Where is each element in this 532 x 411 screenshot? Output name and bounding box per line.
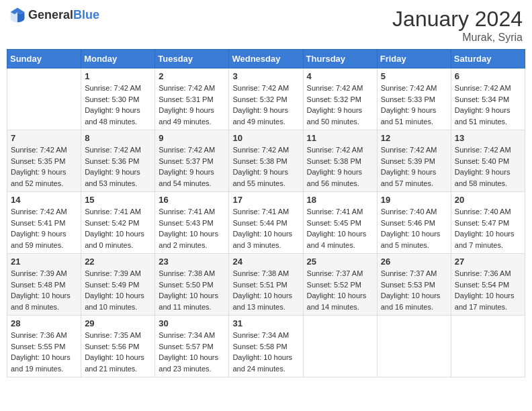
sunrise-text: Sunrise: 7:42 AM	[11, 208, 67, 216]
calendar-cell: 29Sunrise: 7:35 AMSunset: 5:56 PMDayligh…	[81, 316, 155, 377]
calendar-cell: 11Sunrise: 7:42 AMSunset: 5:38 PMDayligh…	[303, 130, 377, 192]
sunset-text: Sunset: 5:36 PM	[85, 157, 139, 165]
sunset-text: Sunset: 5:38 PM	[232, 157, 287, 165]
sunrise-text: Sunrise: 7:38 AM	[159, 269, 215, 277]
daylight-text: Daylight: 9 hours and 58 minutes.	[455, 168, 511, 187]
daylight-text: Daylight: 10 hours and 17 minutes.	[455, 291, 515, 311]
calendar-cell: 14Sunrise: 7:42 AMSunset: 5:41 PMDayligh…	[7, 192, 81, 254]
sunrise-text: Sunrise: 7:34 AM	[159, 331, 215, 339]
calendar-week-row: 1Sunrise: 7:42 AMSunset: 5:30 PMDaylight…	[7, 68, 525, 130]
day-info: Sunrise: 7:39 AMSunset: 5:49 PMDaylight:…	[85, 268, 151, 312]
logo-blue: Blue	[73, 8, 99, 21]
sunset-text: Sunset: 5:54 PM	[455, 281, 509, 289]
day-info: Sunrise: 7:40 AMSunset: 5:46 PMDaylight:…	[381, 206, 447, 250]
sunset-text: Sunset: 5:46 PM	[381, 219, 435, 227]
logo-text: GeneralBlue	[28, 8, 99, 22]
day-number: 14	[11, 195, 77, 205]
sunrise-text: Sunrise: 7:41 AM	[85, 208, 141, 216]
day-info: Sunrise: 7:42 AMSunset: 5:40 PMDaylight:…	[455, 144, 521, 189]
sunset-text: Sunset: 5:57 PM	[159, 342, 213, 351]
calendar-cell: 26Sunrise: 7:37 AMSunset: 5:53 PMDayligh…	[377, 254, 451, 316]
sunset-text: Sunset: 5:39 PM	[381, 157, 435, 165]
sunset-text: Sunset: 5:40 PM	[455, 157, 509, 165]
sunrise-text: Sunrise: 7:42 AM	[85, 146, 141, 154]
daylight-text: Daylight: 9 hours and 49 minutes.	[232, 106, 288, 126]
weekday-header-saturday: Saturday	[451, 50, 525, 68]
calendar-cell: 9Sunrise: 7:42 AMSunset: 5:37 PMDaylight…	[155, 130, 229, 192]
sunset-text: Sunset: 5:51 PM	[232, 281, 287, 289]
day-number: 2	[159, 71, 225, 81]
sunset-text: Sunset: 5:33 PM	[381, 95, 435, 103]
day-info: Sunrise: 7:42 AMSunset: 5:38 PMDaylight:…	[307, 144, 373, 189]
day-number: 20	[455, 195, 521, 205]
day-info: Sunrise: 7:41 AMSunset: 5:43 PMDaylight:…	[159, 206, 225, 250]
page-header: GeneralBlue January 2024 Murak, Syria	[7, 7, 525, 44]
daylight-text: Daylight: 9 hours and 49 minutes.	[159, 106, 214, 126]
sunset-text: Sunset: 5:38 PM	[307, 157, 361, 165]
general-blue-icon	[9, 7, 26, 23]
sunrise-text: Sunrise: 7:42 AM	[159, 84, 215, 92]
sunrise-text: Sunrise: 7:36 AM	[11, 331, 67, 339]
daylight-text: Daylight: 10 hours and 8 minutes.	[11, 291, 71, 311]
sunrise-text: Sunrise: 7:36 AM	[455, 269, 511, 277]
day-number: 24	[232, 257, 299, 267]
calendar-week-row: 21Sunrise: 7:39 AMSunset: 5:48 PMDayligh…	[7, 254, 525, 316]
day-number: 8	[85, 133, 151, 143]
day-info: Sunrise: 7:42 AMSunset: 5:31 PMDaylight:…	[159, 83, 225, 127]
calendar-table: SundayMondayTuesdayWednesdayThursdayFrid…	[7, 49, 525, 377]
month-year: January 2024	[392, 7, 523, 32]
sunset-text: Sunset: 5:32 PM	[232, 95, 287, 103]
day-info: Sunrise: 7:42 AMSunset: 5:32 PMDaylight:…	[232, 83, 299, 127]
daylight-text: Daylight: 10 hours and 24 minutes.	[232, 353, 292, 373]
day-number: 13	[455, 133, 521, 143]
sunrise-text: Sunrise: 7:42 AM	[381, 84, 437, 92]
logo-general: General	[28, 8, 73, 21]
day-info: Sunrise: 7:42 AMSunset: 5:36 PMDaylight:…	[85, 144, 151, 189]
day-info: Sunrise: 7:41 AMSunset: 5:45 PMDaylight:…	[307, 206, 373, 250]
day-number: 5	[381, 71, 447, 81]
day-number: 18	[307, 195, 373, 205]
daylight-text: Daylight: 10 hours and 3 minutes.	[232, 230, 292, 249]
day-info: Sunrise: 7:39 AMSunset: 5:48 PMDaylight:…	[11, 268, 77, 312]
daylight-text: Daylight: 10 hours and 16 minutes.	[381, 291, 441, 311]
sunset-text: Sunset: 5:49 PM	[85, 281, 139, 289]
daylight-text: Daylight: 9 hours and 48 minutes.	[85, 106, 140, 126]
daylight-text: Daylight: 9 hours and 52 minutes.	[11, 168, 66, 187]
day-info: Sunrise: 7:42 AMSunset: 5:33 PMDaylight:…	[381, 83, 447, 127]
weekday-header-sunday: Sunday	[7, 50, 81, 68]
sunrise-text: Sunrise: 7:41 AM	[307, 208, 363, 216]
day-number: 19	[381, 195, 447, 205]
day-number: 15	[85, 195, 151, 205]
sunset-text: Sunset: 5:58 PM	[232, 342, 287, 351]
sunrise-text: Sunrise: 7:42 AM	[85, 84, 141, 92]
weekday-header-tuesday: Tuesday	[155, 50, 229, 68]
weekday-header-monday: Monday	[81, 50, 155, 68]
day-number: 27	[455, 257, 521, 267]
day-info: Sunrise: 7:42 AMSunset: 5:41 PMDaylight:…	[11, 206, 77, 250]
calendar-cell: 1Sunrise: 7:42 AMSunset: 5:30 PMDaylight…	[81, 68, 155, 130]
day-number: 3	[232, 71, 299, 81]
sunset-text: Sunset: 5:43 PM	[159, 219, 213, 227]
calendar-cell: 31Sunrise: 7:34 AMSunset: 5:58 PMDayligh…	[229, 316, 303, 377]
day-info: Sunrise: 7:36 AMSunset: 5:55 PMDaylight:…	[11, 330, 77, 374]
daylight-text: Daylight: 9 hours and 51 minutes.	[381, 106, 437, 126]
day-info: Sunrise: 7:34 AMSunset: 5:58 PMDaylight:…	[232, 330, 299, 374]
calendar-cell: 18Sunrise: 7:41 AMSunset: 5:45 PMDayligh…	[303, 192, 377, 254]
calendar-cell: 12Sunrise: 7:42 AMSunset: 5:39 PMDayligh…	[377, 130, 451, 192]
daylight-text: Daylight: 10 hours and 2 minutes.	[159, 230, 218, 249]
day-number: 21	[11, 257, 77, 267]
calendar-cell: 22Sunrise: 7:39 AMSunset: 5:49 PMDayligh…	[81, 254, 155, 316]
day-number: 30	[159, 318, 225, 328]
day-number: 9	[159, 133, 225, 143]
calendar-week-row: 28Sunrise: 7:36 AMSunset: 5:55 PMDayligh…	[7, 316, 525, 377]
sunrise-text: Sunrise: 7:41 AM	[232, 208, 289, 216]
title-area: January 2024 Murak, Syria	[392, 7, 523, 44]
daylight-text: Daylight: 9 hours and 57 minutes.	[381, 168, 437, 187]
calendar-cell	[7, 68, 81, 130]
daylight-text: Daylight: 10 hours and 0 minutes.	[85, 230, 144, 249]
day-info: Sunrise: 7:40 AMSunset: 5:47 PMDaylight:…	[455, 206, 521, 250]
calendar-cell: 13Sunrise: 7:42 AMSunset: 5:40 PMDayligh…	[451, 130, 525, 192]
daylight-text: Daylight: 10 hours and 5 minutes.	[381, 230, 441, 249]
sunset-text: Sunset: 5:31 PM	[159, 95, 213, 103]
weekday-header-wednesday: Wednesday	[229, 50, 303, 68]
